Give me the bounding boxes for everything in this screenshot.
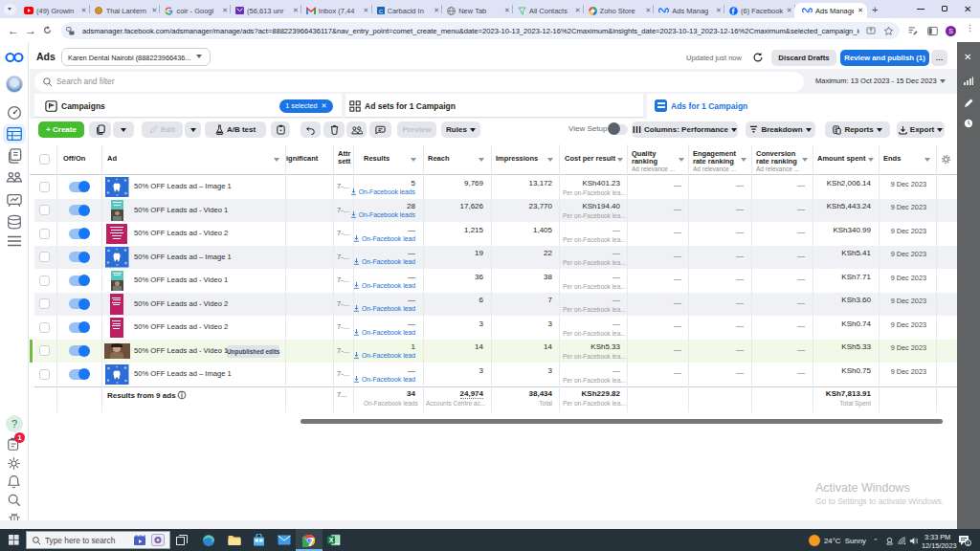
svg-text:X: X <box>329 537 334 543</box>
svg-text:C: C <box>378 9 383 14</box>
